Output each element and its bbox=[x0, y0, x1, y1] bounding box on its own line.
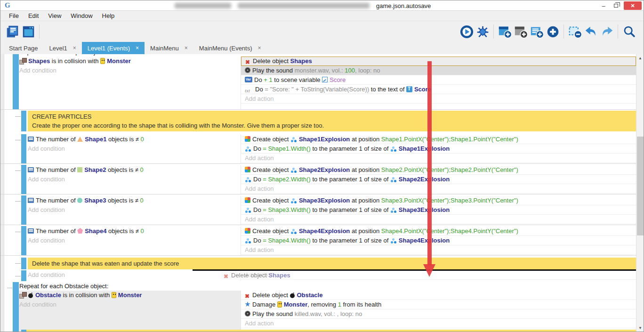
restore-icon bbox=[614, 4, 618, 8]
action-row[interactable]: Create object Shape3Explosion at positio… bbox=[241, 196, 636, 205]
add-condition[interactable]: Add condition bbox=[19, 66, 241, 75]
window-title: game.json.autosave bbox=[175, 2, 431, 9]
menu-edit[interactable]: Edit bbox=[24, 12, 43, 19]
particles-icon bbox=[290, 167, 297, 173]
comment-event[interactable]: Delete the shape that was eaten and upda… bbox=[0, 258, 636, 269]
drop-indicator-line bbox=[193, 269, 636, 271]
tab-label: Start Page bbox=[9, 45, 38, 52]
conditions-column: Obstacle is in collision with MonsterAdd… bbox=[19, 291, 241, 332]
action-row[interactable]: Create object Shape2Explosion at positio… bbox=[241, 165, 636, 175]
action-row[interactable]: Do = Shape2.Width() to the parameter 1 o… bbox=[241, 175, 636, 184]
tab-close-icon[interactable]: × bbox=[185, 45, 188, 51]
scroll-up-icon[interactable]: ▲ bbox=[636, 54, 644, 62]
action-row[interactable]: Damage Monster, removing 1 from its heal… bbox=[241, 300, 636, 309]
action-row[interactable]: Do = Shape4.Width() to the parameter 1 o… bbox=[241, 236, 636, 245]
action-row[interactable]: Do = "Score: " + ToString(Variable(Score… bbox=[241, 85, 636, 94]
tab-close-icon[interactable]: × bbox=[136, 45, 139, 51]
add-subevent-button[interactable] bbox=[513, 24, 529, 40]
scroll-down-icon[interactable]: ▼ bbox=[636, 324, 644, 332]
text-segment: at position bbox=[350, 136, 381, 143]
tab-level1-events-[interactable]: Level1 (Events)× bbox=[82, 42, 145, 54]
menu-view[interactable]: View bbox=[43, 12, 66, 19]
action-row[interactable]: Play the sound monster.wav, vol.: 100, l… bbox=[241, 66, 636, 75]
action-row[interactable]: Create object Shape4Explosion at positio… bbox=[241, 227, 636, 236]
minimize-button[interactable]: – bbox=[597, 1, 610, 10]
event-block[interactable]: The number of Shape2 objects is ≠ 0Add c… bbox=[0, 165, 636, 194]
comment-event[interactable]: CREATE PARTICLESCreate the proper one ac… bbox=[0, 111, 636, 131]
redo-button[interactable] bbox=[599, 24, 615, 40]
collision-icon bbox=[19, 58, 26, 64]
close-button[interactable]: ✕ bbox=[624, 1, 642, 10]
event-indent-bar bbox=[21, 134, 26, 163]
condition-row[interactable]: The number of Shape1 objects is ≠ 0 bbox=[28, 135, 241, 144]
action-row[interactable]: Delete object Obstacle bbox=[241, 291, 636, 300]
object-name: Monster bbox=[118, 292, 142, 299]
add-condition[interactable]: Add condition bbox=[28, 270, 241, 280]
toolbar bbox=[0, 21, 644, 42]
tab-level1[interactable]: Level1× bbox=[43, 42, 81, 54]
action-row[interactable]: Create object Shape1Explosion at positio… bbox=[241, 135, 636, 144]
undo-button[interactable] bbox=[583, 24, 599, 40]
event-block[interactable]: The number of Shape1 objects is ≠ 0Add c… bbox=[0, 134, 636, 164]
object-name: Shape2Explosion bbox=[299, 166, 350, 173]
event-block[interactable]: Repeat for each Shapes object:Shapes is … bbox=[0, 54, 636, 110]
search-button[interactable] bbox=[621, 24, 637, 40]
event-body: The number of Shape2 objects is ≠ 0Add c… bbox=[28, 165, 636, 194]
toolbar-left-group bbox=[0, 24, 42, 40]
condition-row[interactable]: The number of Shape2 objects is ≠ 0 bbox=[28, 165, 241, 175]
tab-start-page[interactable]: Start Page bbox=[3, 42, 43, 54]
action-row[interactable]: Do = Shape3.Width() to the parameter 1 o… bbox=[241, 205, 636, 215]
maximize-button[interactable] bbox=[610, 1, 622, 10]
monster-icon bbox=[277, 301, 282, 308]
action-row[interactable]: Play the sound killed.wav, vol.: , loop:… bbox=[241, 309, 636, 319]
add-condition[interactable]: Add condition bbox=[28, 236, 241, 245]
condition-row[interactable]: Shapes is in collision with Monster bbox=[19, 57, 241, 66]
add-action[interactable]: Add action bbox=[241, 184, 636, 194]
add-other-event-button[interactable] bbox=[545, 24, 561, 40]
condition-row[interactable]: Obstacle is in collision with Monster bbox=[19, 291, 241, 300]
add-condition[interactable]: Add condition bbox=[19, 300, 241, 309]
object-count-icon bbox=[28, 198, 34, 203]
condition-row[interactable]: The number of Shape4 objects is ≠ 0 bbox=[28, 227, 241, 236]
vertical-scrollbar[interactable]: ▲ ▼ bbox=[636, 54, 644, 332]
unselect-all-events-button[interactable] bbox=[567, 24, 583, 40]
start-page-button[interactable] bbox=[20, 24, 36, 40]
menu-help[interactable]: Help bbox=[97, 12, 120, 19]
tree-tick bbox=[15, 116, 21, 117]
add-condition[interactable]: Add condition bbox=[28, 205, 241, 215]
add-action[interactable]: Add action bbox=[241, 270, 636, 280]
event-block[interactable]: The number of Shape4 objects is ≠ 0Add c… bbox=[0, 226, 636, 256]
add-action[interactable]: Add action bbox=[241, 94, 636, 104]
condition-row[interactable]: The number of Shape3 objects is ≠ 0 bbox=[28, 196, 241, 205]
menu-window[interactable]: Window bbox=[66, 12, 97, 19]
add-action[interactable]: Add action bbox=[241, 215, 636, 224]
add-event-button[interactable] bbox=[497, 24, 513, 40]
tab-close-icon[interactable]: × bbox=[258, 45, 261, 51]
text-segment: Play the sound bbox=[252, 310, 295, 317]
add-action[interactable]: Add action bbox=[241, 245, 636, 255]
text-segment: = Shape3.Width() bbox=[263, 206, 311, 213]
tab-label: MainMenu (Events) bbox=[199, 45, 252, 52]
event-block[interactable]: Repeat for each Obstacle object:Obstacle… bbox=[0, 282, 636, 332]
event-block[interactable]: The number of Shape3 objects is ≠ 0Add c… bbox=[0, 195, 636, 225]
tab-close-icon[interactable]: × bbox=[73, 45, 76, 51]
debug-button[interactable] bbox=[475, 24, 491, 40]
event-body: The number of Shape1 objects is ≠ 0Add c… bbox=[28, 134, 636, 163]
scrollbar-thumb[interactable] bbox=[637, 137, 644, 235]
tab-mainmenu[interactable]: MainMenu× bbox=[145, 42, 193, 54]
add-comment-event-button[interactable] bbox=[529, 24, 545, 40]
add-action[interactable]: Add action bbox=[241, 319, 636, 328]
add-condition[interactable]: Add condition bbox=[28, 144, 241, 154]
project-manager-button[interactable] bbox=[4, 24, 20, 40]
drop-target-event[interactable]: Add conditionAdd actionDelete object Sha… bbox=[0, 270, 636, 281]
action-row[interactable]: Do = Shape1.Width() to the parameter 1 o… bbox=[241, 144, 636, 154]
object-name: Shapes bbox=[290, 57, 312, 65]
add-action[interactable]: Add action bbox=[241, 154, 636, 163]
particles-icon bbox=[390, 146, 397, 152]
add-condition[interactable]: Add condition bbox=[28, 175, 241, 184]
action-row[interactable]: Do + 1 to scene variable Score bbox=[241, 75, 636, 85]
tab-mainmenu-events-[interactable]: MainMenu (Events)× bbox=[193, 42, 267, 54]
play-button[interactable] bbox=[459, 24, 475, 40]
menu-file[interactable]: File bbox=[4, 12, 24, 19]
action-row[interactable]: Delete object Shapes bbox=[241, 57, 636, 66]
